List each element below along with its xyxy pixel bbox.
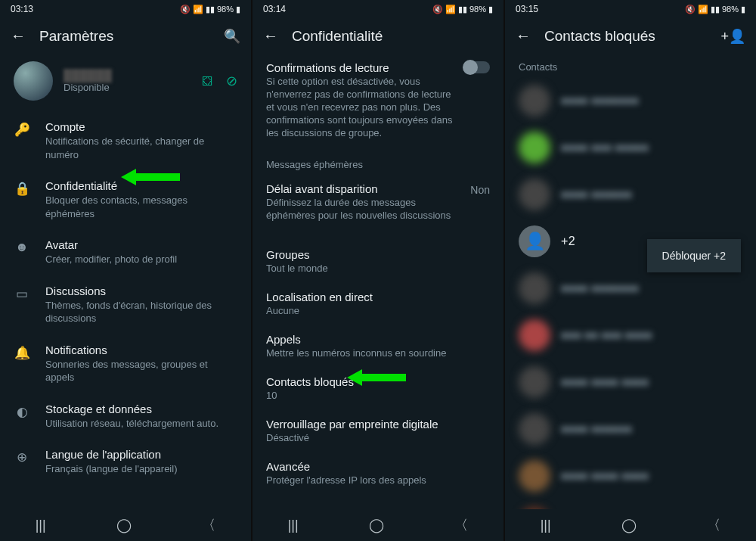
contact-label: ■■■■ ■■■■■■: [561, 188, 632, 201]
toggle-off[interactable]: [464, 61, 490, 73]
item-value: Non: [470, 184, 490, 196]
contact-label: ■■■■ ■■■ ■■■■■: [561, 141, 649, 154]
home-button[interactable]: ◯: [621, 517, 637, 533]
battery-icon: ▮: [741, 5, 745, 14]
item-title: Appels: [266, 333, 490, 346]
disappearing-delay[interactable]: Délai avant disparition Définissez la du…: [253, 175, 503, 230]
contacts-section-header: Contacts: [505, 54, 756, 77]
contact-avatar: [519, 132, 550, 163]
profile-status: Disponible: [64, 82, 191, 93]
contact-avatar: [519, 319, 550, 351]
contact-label: ■■■■ ■■■■ ■■■■: [561, 376, 649, 388]
blocked-contacts[interactable]: Contacts bloqués 10: [253, 368, 503, 410]
search-icon[interactable]: 🔍: [224, 28, 240, 45]
clock: 03:14: [263, 4, 286, 14]
status-bar: 03:14 🔇 📶 ▮▮ 98% ▮: [253, 0, 503, 18]
back-button[interactable]: 〈: [202, 516, 215, 534]
back-button[interactable]: 〈: [707, 516, 720, 534]
nav-bar: ||| ◯ 〈: [0, 509, 251, 541]
back-icon[interactable]: ←: [263, 27, 278, 45]
key-icon: 🔑: [14, 122, 30, 138]
wifi-icon: 📶: [698, 5, 708, 14]
settings-list: 🔑 Compte Notifications de sécurité, chan…: [0, 111, 251, 509]
contact-avatar: [519, 413, 550, 445]
back-icon[interactable]: ←: [516, 27, 531, 45]
fingerprint-lock[interactable]: Verrouillage par empreinte digitale Désa…: [253, 410, 503, 452]
setting-sub: Créer, modifier, photo de profil: [45, 253, 237, 266]
item-title: Localisation en direct: [266, 291, 490, 303]
battery-percent: 98%: [469, 5, 486, 14]
profile-name: ██████: [64, 69, 191, 82]
setting-title: Discussions: [45, 284, 237, 297]
setting-notifications[interactable]: 🔔 Notifications Sonneries des messages, …: [0, 334, 251, 393]
verified-icon[interactable]: ⊘: [226, 73, 237, 89]
person-icon: 👤: [519, 225, 550, 257]
blocked-contact[interactable]: ■■■■ ■■■■■■■: [505, 77, 756, 124]
setting-storage[interactable]: ◐ Stockage et données Utilisation réseau…: [0, 393, 251, 440]
blocked-contact[interactable]: ■■■■ ■■■■ ■■■■: [505, 359, 756, 406]
blocked-contact[interactable]: ■■■■ ■■■■■■: [505, 406, 756, 452]
page-title: Contacts bloqués: [544, 28, 707, 45]
item-title: Contacts bloqués: [266, 375, 490, 388]
battery-icon: ▮: [488, 5, 493, 14]
blocked-contact[interactable]: ■■■ ■■ ■■■ ■■■■: [505, 312, 756, 359]
setting-title: Confidentialité: [45, 179, 237, 192]
recents-button[interactable]: |||: [288, 518, 299, 533]
status-icons: 🔇 📶 ▮▮ 98% ▮: [685, 5, 745, 14]
item-sub: 10: [266, 390, 490, 403]
groups[interactable]: Groupes Tout le monde: [253, 241, 503, 283]
blocked-contact[interactable]: ■■■■ ■■■■ ■■■■: [505, 452, 756, 499]
back-icon[interactable]: ←: [11, 27, 26, 45]
setting-title: Avatar: [45, 238, 237, 251]
battery-percent: 98%: [217, 5, 234, 14]
calls[interactable]: Appels Mettre les numéros inconnus en so…: [253, 325, 503, 368]
setting-account[interactable]: 🔑 Compte Notifications de sécurité, chan…: [0, 111, 251, 170]
contact-avatar: [519, 507, 550, 509]
item-sub: Tout le monde: [266, 263, 490, 275]
contact-avatar: [519, 179, 550, 210]
mute-icon: 🔇: [180, 5, 191, 14]
setting-title: Stockage et données: [45, 403, 237, 415]
contact-label: ■■■■ ■■■■■■■: [561, 95, 639, 107]
setting-title: Langue de l'application: [45, 448, 237, 461]
item-sub: Désactivé: [266, 432, 490, 445]
setting-privacy[interactable]: 🔒 Confidentialité Bloquer des contacts, …: [0, 170, 251, 229]
item-sub: Mettre les numéros inconnus en sourdine: [266, 347, 490, 360]
advanced[interactable]: Avancée Protéger l'adresse IP lors des a…: [253, 452, 503, 495]
blocked-contact[interactable]: ■■■■ ■■■■ ■■■: [505, 499, 756, 509]
item-sub: Protéger l'adresse IP lors des appels: [266, 474, 490, 487]
qr-icon[interactable]: ⛋: [202, 73, 215, 89]
setting-chats[interactable]: ▭ Discussions Thèmes, fonds d'écran, his…: [0, 275, 251, 334]
item-sub: Définissez la durée des messages éphémèr…: [266, 197, 490, 222]
contact-label: ■■■■ ■■■■■■■: [561, 282, 639, 294]
home-button[interactable]: ◯: [116, 517, 132, 533]
read-receipts[interactable]: Confirmations de lecture Si cette option…: [253, 54, 503, 147]
recents-button[interactable]: |||: [541, 518, 551, 533]
home-button[interactable]: ◯: [369, 517, 384, 533]
blocked-contact[interactable]: ■■■■ ■■■■■■: [505, 171, 756, 218]
status-icons: 🔇 📶 ▮▮ 98% ▮: [180, 5, 240, 14]
contact-label: ■■■ ■■ ■■■ ■■■■: [561, 329, 652, 341]
lock-icon: 🔒: [14, 181, 30, 197]
add-person-icon[interactable]: +👤: [720, 28, 745, 45]
live-location[interactable]: Localisation en direct Aucune: [253, 283, 503, 325]
contact-avatar: [519, 460, 550, 492]
context-menu-unblock[interactable]: Débloquer +2: [647, 239, 741, 272]
page-title: Paramètres: [39, 28, 210, 45]
recents-button[interactable]: |||: [36, 518, 46, 533]
item-sub: Aucune: [266, 305, 490, 318]
status-bar: 03:13 🔇 📶 ▮▮ 98% ▮: [0, 0, 251, 18]
setting-sub: Français (langue de l'appareil): [45, 462, 237, 476]
blocked-list: ■■■■ ■■■■■■■ ■■■■ ■■■ ■■■■■ ■■■■ ■■■■■■ …: [505, 77, 756, 509]
bell-icon: 🔔: [14, 345, 30, 361]
profile-row[interactable]: ██████ Disponible ⛋ ⊘: [0, 54, 251, 111]
setting-avatar[interactable]: ☻ Avatar Créer, modifier, photo de profi…: [0, 229, 251, 275]
status-icons: 🔇 📶 ▮▮ 98% ▮: [432, 5, 493, 14]
header: ← Confidentialité: [253, 18, 503, 54]
globe-icon: ⊕: [14, 449, 30, 465]
setting-language[interactable]: ⊕ Langue de l'application Français (lang…: [0, 439, 251, 485]
blocked-contact[interactable]: ■■■■ ■■■ ■■■■■: [505, 124, 756, 171]
mute-icon: 🔇: [432, 5, 443, 14]
back-button[interactable]: 〈: [454, 516, 468, 534]
ephemeral-header: Messages éphémères: [253, 147, 503, 175]
